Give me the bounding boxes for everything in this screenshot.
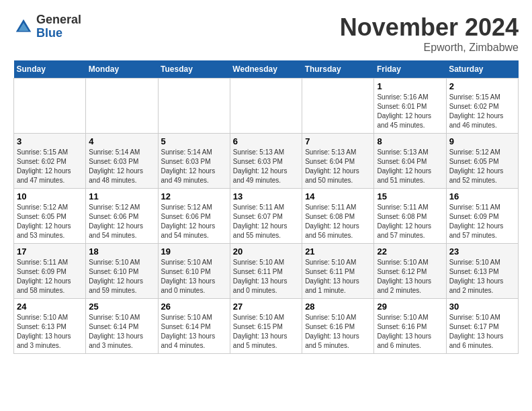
day-number: 4	[89, 136, 154, 146]
calendar-cell: 1Sunrise: 5:16 AM Sunset: 6:01 PM Daylig…	[374, 79, 446, 134]
day-number: 14	[305, 191, 371, 201]
day-number: 28	[305, 302, 371, 312]
day-number: 17	[17, 246, 83, 257]
day-info: Sunrise: 5:12 AM Sunset: 6:06 PM Dayligh…	[161, 203, 227, 240]
day-info: Sunrise: 5:12 AM Sunset: 6:05 PM Dayligh…	[449, 148, 515, 185]
logo-text: General Blue	[36, 13, 81, 40]
calendar-cell: 22Sunrise: 5:10 AM Sunset: 6:12 PM Dayli…	[374, 244, 446, 299]
day-info: Sunrise: 5:10 AM Sunset: 6:10 PM Dayligh…	[161, 258, 227, 295]
day-info: Sunrise: 5:11 AM Sunset: 6:07 PM Dayligh…	[233, 203, 299, 240]
day-info: Sunrise: 5:11 AM Sunset: 6:09 PM Dayligh…	[449, 203, 515, 240]
weekday-header-monday: Monday	[86, 60, 158, 79]
calendar-cell: 27Sunrise: 5:10 AM Sunset: 6:15 PM Dayli…	[230, 299, 302, 354]
day-number: 11	[89, 191, 154, 201]
day-number: 19	[161, 246, 227, 257]
week-row-2: 3Sunrise: 5:15 AM Sunset: 6:02 PM Daylig…	[14, 134, 519, 189]
day-number: 30	[449, 302, 515, 312]
calendar-cell: 13Sunrise: 5:11 AM Sunset: 6:07 PM Dayli…	[230, 189, 302, 244]
calendar-cell: 28Sunrise: 5:10 AM Sunset: 6:16 PM Dayli…	[302, 299, 374, 354]
calendar-cell: 11Sunrise: 5:12 AM Sunset: 6:06 PM Dayli…	[86, 189, 158, 244]
day-number: 23	[449, 246, 515, 257]
day-number: 20	[233, 246, 299, 257]
week-row-3: 10Sunrise: 5:12 AM Sunset: 6:05 PM Dayli…	[14, 189, 519, 244]
calendar-cell: 20Sunrise: 5:10 AM Sunset: 6:11 PM Dayli…	[230, 244, 302, 299]
day-number: 10	[17, 191, 83, 201]
calendar-cell: 24Sunrise: 5:10 AM Sunset: 6:13 PM Dayli…	[14, 299, 86, 354]
day-number: 25	[89, 302, 154, 312]
calendar-cell: 10Sunrise: 5:12 AM Sunset: 6:05 PM Dayli…	[14, 189, 86, 244]
calendar-cell: 23Sunrise: 5:10 AM Sunset: 6:13 PM Dayli…	[446, 244, 518, 299]
weekday-header-saturday: Saturday	[446, 60, 518, 79]
logo-general-text: General	[36, 13, 81, 26]
week-row-1: 1Sunrise: 5:16 AM Sunset: 6:01 PM Daylig…	[14, 79, 519, 134]
day-info: Sunrise: 5:12 AM Sunset: 6:05 PM Dayligh…	[17, 203, 83, 240]
day-number: 18	[89, 246, 154, 257]
logo-blue-text: Blue	[36, 26, 62, 40]
day-info: Sunrise: 5:11 AM Sunset: 6:09 PM Dayligh…	[17, 258, 83, 295]
calendar-cell: 25Sunrise: 5:10 AM Sunset: 6:14 PM Dayli…	[86, 299, 158, 354]
day-info: Sunrise: 5:10 AM Sunset: 6:14 PM Dayligh…	[161, 313, 227, 351]
calendar-cell	[230, 79, 302, 134]
day-info: Sunrise: 5:11 AM Sunset: 6:08 PM Dayligh…	[305, 203, 371, 240]
calendar-cell	[14, 79, 86, 134]
calendar-cell: 17Sunrise: 5:11 AM Sunset: 6:09 PM Dayli…	[14, 244, 86, 299]
day-info: Sunrise: 5:10 AM Sunset: 6:16 PM Dayligh…	[377, 313, 443, 351]
day-number: 2	[449, 81, 515, 91]
day-number: 24	[17, 302, 83, 312]
day-info: Sunrise: 5:10 AM Sunset: 6:11 PM Dayligh…	[305, 258, 371, 295]
day-number: 27	[233, 302, 299, 312]
calendar-cell: 3Sunrise: 5:15 AM Sunset: 6:02 PM Daylig…	[14, 134, 86, 189]
day-info: Sunrise: 5:10 AM Sunset: 6:15 PM Dayligh…	[233, 313, 299, 351]
day-number: 9	[449, 136, 515, 146]
calendar-cell: 14Sunrise: 5:11 AM Sunset: 6:08 PM Dayli…	[302, 189, 374, 244]
day-number: 15	[377, 191, 443, 201]
title-block: November 2024 Epworth, Zimbabwe	[340, 13, 519, 54]
calendar-cell: 29Sunrise: 5:10 AM Sunset: 6:16 PM Dayli…	[374, 299, 446, 354]
week-row-4: 17Sunrise: 5:11 AM Sunset: 6:09 PM Dayli…	[14, 244, 519, 299]
day-number: 21	[305, 246, 371, 257]
calendar-cell: 30Sunrise: 5:10 AM Sunset: 6:17 PM Dayli…	[446, 299, 518, 354]
calendar-cell: 16Sunrise: 5:11 AM Sunset: 6:09 PM Dayli…	[446, 189, 518, 244]
day-info: Sunrise: 5:15 AM Sunset: 6:02 PM Dayligh…	[17, 148, 83, 185]
weekday-header-sunday: Sunday	[14, 60, 86, 79]
week-row-5: 24Sunrise: 5:10 AM Sunset: 6:13 PM Dayli…	[14, 299, 519, 354]
calendar-cell: 18Sunrise: 5:10 AM Sunset: 6:10 PM Dayli…	[86, 244, 158, 299]
page-header: General Blue November 2024 Epworth, Zimb…	[13, 13, 519, 54]
calendar-cell: 2Sunrise: 5:15 AM Sunset: 6:02 PM Daylig…	[446, 79, 518, 134]
month-title: November 2024	[340, 13, 519, 42]
day-number: 1	[377, 81, 443, 91]
day-number: 29	[377, 302, 443, 312]
day-info: Sunrise: 5:10 AM Sunset: 6:14 PM Dayligh…	[89, 313, 154, 351]
day-info: Sunrise: 5:10 AM Sunset: 6:12 PM Dayligh…	[377, 258, 443, 295]
weekday-header-tuesday: Tuesday	[158, 60, 230, 79]
calendar-cell: 26Sunrise: 5:10 AM Sunset: 6:14 PM Dayli…	[158, 299, 230, 354]
day-number: 6	[233, 136, 299, 146]
calendar-cell: 8Sunrise: 5:13 AM Sunset: 6:04 PM Daylig…	[374, 134, 446, 189]
calendar-cell	[86, 79, 158, 134]
day-number: 22	[377, 246, 443, 257]
day-number: 12	[161, 191, 227, 201]
day-number: 16	[449, 191, 515, 201]
day-info: Sunrise: 5:11 AM Sunset: 6:08 PM Dayligh…	[377, 203, 443, 240]
day-info: Sunrise: 5:14 AM Sunset: 6:03 PM Dayligh…	[89, 148, 154, 185]
calendar-cell: 15Sunrise: 5:11 AM Sunset: 6:08 PM Dayli…	[374, 189, 446, 244]
day-info: Sunrise: 5:10 AM Sunset: 6:17 PM Dayligh…	[449, 313, 515, 351]
calendar-cell: 7Sunrise: 5:13 AM Sunset: 6:04 PM Daylig…	[302, 134, 374, 189]
weekday-header-wednesday: Wednesday	[230, 60, 302, 79]
logo: General Blue	[13, 13, 81, 40]
day-info: Sunrise: 5:10 AM Sunset: 6:11 PM Dayligh…	[233, 258, 299, 295]
day-info: Sunrise: 5:13 AM Sunset: 6:04 PM Dayligh…	[377, 148, 443, 185]
calendar-cell: 6Sunrise: 5:13 AM Sunset: 6:03 PM Daylig…	[230, 134, 302, 189]
day-number: 3	[17, 136, 83, 146]
day-info: Sunrise: 5:10 AM Sunset: 6:13 PM Dayligh…	[17, 313, 83, 351]
day-info: Sunrise: 5:13 AM Sunset: 6:03 PM Dayligh…	[233, 148, 299, 185]
day-info: Sunrise: 5:12 AM Sunset: 6:06 PM Dayligh…	[89, 203, 154, 240]
calendar-cell: 19Sunrise: 5:10 AM Sunset: 6:10 PM Dayli…	[158, 244, 230, 299]
weekday-header-friday: Friday	[374, 60, 446, 79]
day-info: Sunrise: 5:10 AM Sunset: 6:13 PM Dayligh…	[449, 258, 515, 295]
day-info: Sunrise: 5:10 AM Sunset: 6:10 PM Dayligh…	[89, 258, 154, 295]
weekday-header-thursday: Thursday	[302, 60, 374, 79]
location-text: Epworth, Zimbabwe	[340, 42, 519, 54]
weekday-header-row: SundayMondayTuesdayWednesdayThursdayFrid…	[14, 60, 519, 79]
calendar-cell	[158, 79, 230, 134]
